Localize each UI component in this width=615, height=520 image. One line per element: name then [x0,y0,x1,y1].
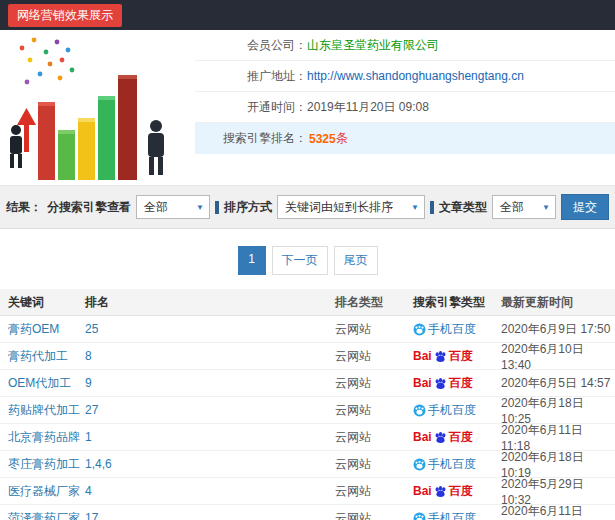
promo-url-row: 推广地址： http://www.shandonghuangshengtang.… [195,61,615,92]
rank-type: 云网站 [335,375,413,392]
engine-filter-label: 分搜索引擎查看 [47,199,131,216]
table-row: OEM代加工 9 云网站 Bai 百度 2020年6月5日 14:57 [0,370,615,397]
engine-cell: 手机百度 [413,321,501,338]
rank-type: 云网站 [335,456,413,473]
chart-illustration [0,30,195,185]
header-updated: 最新更新时间 [501,294,615,311]
table-row: 北京膏药品牌 1 云网站 Bai 百度 2020年6月11日 11:18 [0,424,615,451]
promo-url-link[interactable]: http://www.shandonghuangshengtang.cn [307,69,524,83]
mobile-baidu-icon [413,458,426,471]
opened-time-row: 开通时间： 2019年11月20日 09:08 [195,92,615,123]
rank-link[interactable]: 27 [85,403,98,417]
updated-time: 2020年6月10日 13:40 [501,341,615,372]
header-engine: 搜索引擎类型 [413,294,501,311]
engine-rank-label: 搜索引擎排名： [195,130,307,147]
page-title: 网络营销效果展示 [8,4,122,27]
rank-type: 云网站 [335,321,413,338]
engine-cell: Bai 百度 [413,348,501,365]
top-bar: 网络营销效果展示 [0,0,615,30]
growth-chart-graphic [0,30,195,185]
mobile-baidu-icon [413,323,426,336]
results-table: 关键词 排名 排名类型 搜索引擎类型 最新更新时间 膏药OEM 25 云网站 手… [0,289,615,520]
member-info-panel: 会员公司： 山东皇圣堂药业有限公司 推广地址： http://www.shand… [195,30,615,185]
keyword-link[interactable]: 枣庄膏药加工 [8,457,80,471]
engine-label: 百度 [449,348,473,365]
updated-time: 2020年6月9日 17:50 [501,321,615,338]
engine-label: 手机百度 [428,321,476,338]
page-number-current[interactable]: 1 [238,246,266,275]
opened-time-label: 开通时间： [195,99,307,116]
engine-label: 百度 [449,483,473,500]
member-header: 会员公司： 山东皇圣堂药业有限公司 推广地址： http://www.shand… [0,30,615,186]
engine-label: 手机百度 [428,510,476,520]
engine-cell: Bai 百度 [413,429,501,446]
table-row: 医疗器械厂家 4 云网站 Bai 百度 2020年5月29日 10:32 [0,478,615,505]
company-row: 会员公司： 山东皇圣堂药业有限公司 [195,30,615,61]
baidu-logo-text: Bai [413,376,432,390]
rank-type: 云网站 [335,429,413,446]
pagination: 1 下一页 尾页 [0,246,615,275]
chevron-down-icon: ▼ [411,203,419,212]
engine-label: 手机百度 [428,456,476,473]
rank-link[interactable]: 4 [85,484,92,498]
header-rank-type: 排名类型 [335,294,413,311]
baidu-paw-icon [434,350,447,363]
keyword-link[interactable]: 药贴牌代加工 [8,403,80,417]
company-name: 山东皇圣堂药业有限公司 [307,37,439,54]
section-marker-icon [215,201,219,214]
table-row: 膏药OEM 25 云网站 手机百度 2020年6月9日 17:50 [0,316,615,343]
rank-link[interactable]: 1,4,6 [85,457,112,471]
article-type-select[interactable]: 全部 ▼ [492,195,556,219]
rank-link[interactable]: 1 [85,430,92,444]
keyword-link[interactable]: 膏药OEM [8,322,59,336]
baidu-logo-text: Bai [413,349,432,363]
baidu-paw-icon [434,485,447,498]
table-header-row: 关键词 排名 排名类型 搜索引擎类型 最新更新时间 [0,289,615,316]
rank-link[interactable]: 9 [85,376,92,390]
engine-cell: 手机百度 [413,510,501,520]
header-keyword: 关键词 [0,294,85,311]
engine-rank-count: 5325 [309,132,336,146]
company-label: 会员公司： [195,37,307,54]
section-marker-icon [430,201,434,214]
engine-label: 百度 [449,429,473,446]
chevron-down-icon: ▼ [196,203,204,212]
engine-filter-value: 全部 [144,199,168,216]
rank-link[interactable]: 17 [85,511,98,520]
engine-cell: Bai 百度 [413,375,501,392]
engine-filter-select[interactable]: 全部 ▼ [136,195,210,219]
sort-filter-select[interactable]: 关键词由短到长排序 ▼ [277,195,425,219]
mobile-baidu-icon [413,512,426,520]
submit-button[interactable]: 提交 [561,194,609,220]
table-row: 枣庄膏药加工 1,4,6 云网站 手机百度 2020年6月18日 10:19 [0,451,615,478]
rank-type: 云网站 [335,402,413,419]
keyword-link[interactable]: 医疗器械厂家 [8,484,80,498]
engine-rank-unit: 条 [336,130,348,147]
rank-link[interactable]: 8 [85,349,92,363]
engine-cell: Bai 百度 [413,483,501,500]
table-row: 药贴牌代加工 27 云网站 手机百度 2020年6月18日 10:25 [0,397,615,424]
keyword-link[interactable]: 北京膏药品牌 [8,430,80,444]
keyword-link[interactable]: OEM代加工 [8,376,71,390]
chevron-down-icon: ▼ [542,203,550,212]
last-page-button[interactable]: 尾页 [334,246,378,275]
rank-type: 云网站 [335,483,413,500]
engine-cell: 手机百度 [413,456,501,473]
header-rank: 排名 [85,294,335,311]
updated-time: 2020年6月11日 11:40 [501,503,615,520]
mobile-baidu-icon [413,404,426,417]
keyword-link[interactable]: 菏泽膏药厂家 [8,511,80,520]
result-label: 结果： [6,199,42,216]
article-type-value: 全部 [500,199,524,216]
engine-label: 百度 [449,375,473,392]
baidu-logo-text: Bai [413,430,432,444]
keyword-link[interactable]: 膏药代加工 [8,349,68,363]
next-page-button[interactable]: 下一页 [272,246,328,275]
rank-link[interactable]: 25 [85,322,98,336]
filter-bar: 结果： 分搜索引擎查看 全部 ▼ 排序方式 关键词由短到长排序 ▼ 文章类型 全… [0,186,615,229]
sort-filter-value: 关键词由短到长排序 [285,199,393,216]
engine-cell: 手机百度 [413,402,501,419]
baidu-logo-text: Bai [413,484,432,498]
baidu-paw-icon [434,377,447,390]
table-row: 菏泽膏药厂家 17 云网站 手机百度 2020年6月11日 11:40 [0,505,615,520]
